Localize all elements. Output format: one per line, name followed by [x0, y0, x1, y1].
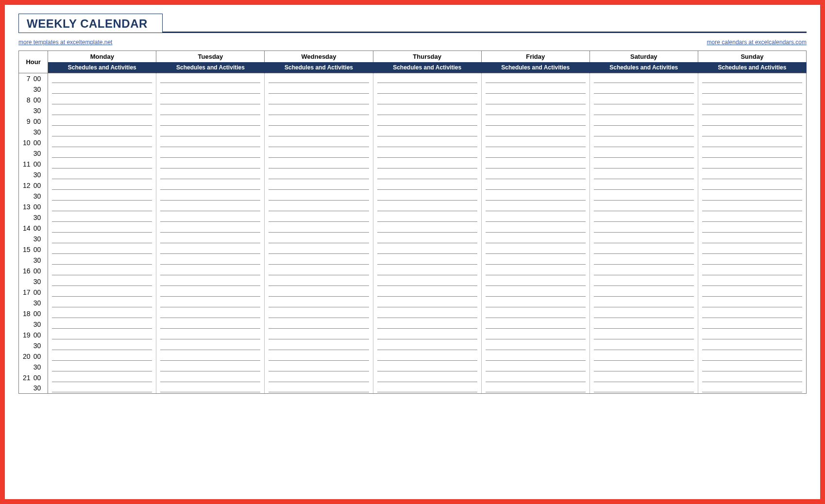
schedule-slot[interactable] [373, 234, 481, 244]
schedule-slot[interactable] [589, 84, 698, 95]
schedule-slot[interactable] [481, 212, 589, 223]
schedule-slot[interactable] [481, 169, 589, 180]
schedule-slot[interactable] [698, 84, 806, 95]
schedule-slot[interactable] [48, 383, 156, 394]
schedule-slot[interactable] [156, 255, 265, 266]
schedule-slot[interactable] [481, 308, 589, 319]
schedule-slot[interactable] [48, 148, 156, 159]
schedule-slot[interactable] [156, 169, 265, 180]
schedule-slot[interactable] [698, 127, 806, 137]
schedule-slot[interactable] [48, 276, 156, 287]
schedule-slot[interactable] [373, 202, 481, 212]
schedule-slot[interactable] [373, 127, 481, 137]
schedule-slot[interactable] [156, 319, 265, 330]
schedule-slot[interactable] [156, 84, 265, 95]
schedule-slot[interactable] [48, 127, 156, 137]
schedule-slot[interactable] [373, 255, 481, 266]
schedule-slot[interactable] [373, 330, 481, 340]
schedule-slot[interactable] [265, 137, 373, 148]
schedule-slot[interactable] [48, 340, 156, 351]
schedule-slot[interactable] [481, 105, 589, 116]
schedule-slot[interactable] [589, 266, 698, 276]
schedule-slot[interactable] [481, 116, 589, 127]
schedule-slot[interactable] [589, 159, 698, 169]
link-more-templates[interactable]: more templates at exceltemplate.net [18, 39, 112, 49]
schedule-slot[interactable] [156, 266, 265, 276]
schedule-slot[interactable] [589, 202, 698, 212]
schedule-slot[interactable] [373, 159, 481, 169]
schedule-slot[interactable] [698, 202, 806, 212]
schedule-slot[interactable] [589, 330, 698, 340]
schedule-slot[interactable] [373, 191, 481, 202]
schedule-slot[interactable] [589, 223, 698, 234]
schedule-slot[interactable] [265, 372, 373, 383]
schedule-slot[interactable] [265, 330, 373, 340]
schedule-slot[interactable] [589, 191, 698, 202]
schedule-slot[interactable] [48, 223, 156, 234]
schedule-slot[interactable] [589, 276, 698, 287]
schedule-slot[interactable] [48, 244, 156, 255]
schedule-slot[interactable] [265, 148, 373, 159]
schedule-slot[interactable] [48, 159, 156, 169]
schedule-slot[interactable] [698, 351, 806, 362]
schedule-slot[interactable] [156, 298, 265, 308]
schedule-slot[interactable] [481, 276, 589, 287]
schedule-slot[interactable] [265, 84, 373, 95]
schedule-slot[interactable] [698, 223, 806, 234]
schedule-slot[interactable] [48, 73, 156, 84]
schedule-slot[interactable] [373, 148, 481, 159]
schedule-slot[interactable] [481, 73, 589, 84]
schedule-slot[interactable] [373, 383, 481, 394]
schedule-slot[interactable] [265, 105, 373, 116]
schedule-slot[interactable] [156, 105, 265, 116]
schedule-slot[interactable] [698, 73, 806, 84]
schedule-slot[interactable] [373, 266, 481, 276]
schedule-slot[interactable] [48, 191, 156, 202]
schedule-slot[interactable] [589, 298, 698, 308]
schedule-slot[interactable] [48, 169, 156, 180]
schedule-slot[interactable] [481, 383, 589, 394]
schedule-slot[interactable] [698, 330, 806, 340]
schedule-slot[interactable] [265, 180, 373, 191]
schedule-slot[interactable] [589, 73, 698, 84]
schedule-slot[interactable] [373, 116, 481, 127]
schedule-slot[interactable] [481, 266, 589, 276]
schedule-slot[interactable] [373, 84, 481, 95]
schedule-slot[interactable] [265, 362, 373, 372]
schedule-slot[interactable] [373, 137, 481, 148]
schedule-slot[interactable] [698, 116, 806, 127]
schedule-slot[interactable] [589, 234, 698, 244]
schedule-slot[interactable] [156, 287, 265, 298]
schedule-slot[interactable] [156, 362, 265, 372]
schedule-slot[interactable] [589, 287, 698, 298]
schedule-slot[interactable] [481, 191, 589, 202]
schedule-slot[interactable] [589, 116, 698, 127]
schedule-slot[interactable] [589, 180, 698, 191]
schedule-slot[interactable] [698, 212, 806, 223]
schedule-slot[interactable] [589, 383, 698, 394]
schedule-slot[interactable] [265, 340, 373, 351]
schedule-slot[interactable] [589, 244, 698, 255]
schedule-slot[interactable] [698, 276, 806, 287]
schedule-slot[interactable] [373, 372, 481, 383]
schedule-slot[interactable] [373, 319, 481, 330]
schedule-slot[interactable] [481, 255, 589, 266]
schedule-slot[interactable] [698, 319, 806, 330]
schedule-slot[interactable] [373, 351, 481, 362]
schedule-slot[interactable] [265, 116, 373, 127]
schedule-slot[interactable] [156, 73, 265, 84]
schedule-slot[interactable] [265, 308, 373, 319]
schedule-slot[interactable] [589, 105, 698, 116]
schedule-slot[interactable] [265, 127, 373, 137]
schedule-slot[interactable] [265, 255, 373, 266]
schedule-slot[interactable] [481, 202, 589, 212]
schedule-slot[interactable] [48, 212, 156, 223]
schedule-slot[interactable] [265, 266, 373, 276]
schedule-slot[interactable] [589, 137, 698, 148]
schedule-slot[interactable] [373, 276, 481, 287]
schedule-slot[interactable] [698, 95, 806, 105]
schedule-slot[interactable] [48, 330, 156, 340]
schedule-slot[interactable] [48, 362, 156, 372]
schedule-slot[interactable] [265, 212, 373, 223]
schedule-slot[interactable] [589, 169, 698, 180]
